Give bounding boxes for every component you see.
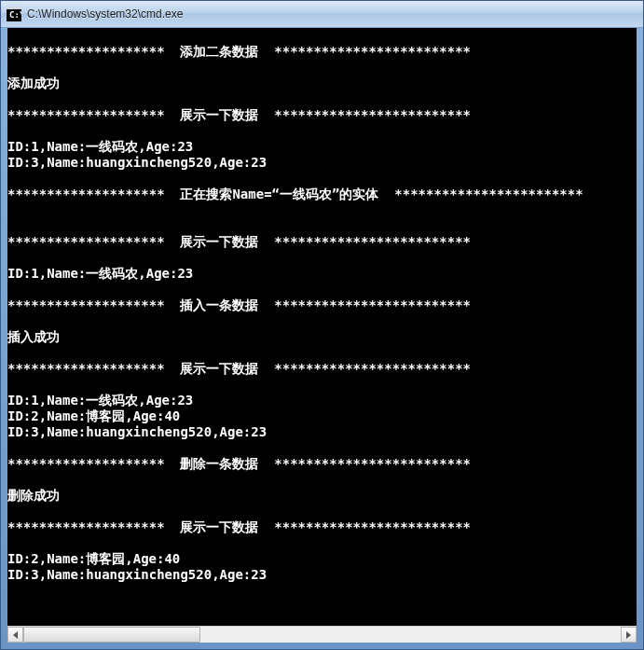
arrow-left-icon — [13, 631, 18, 639]
console-text: ******************** 添加二条数据 ************… — [7, 44, 637, 583]
arrow-right-icon — [626, 631, 631, 639]
window-title: C:\Windows\system32\cmd.exe — [27, 7, 183, 21]
titlebar[interactable]: C:\ C:\Windows\system32\cmd.exe — [1, 1, 643, 28]
scroll-thumb[interactable] — [23, 627, 200, 643]
cmd-icon: C:\ — [7, 7, 21, 21]
scroll-right-button[interactable] — [621, 627, 637, 643]
scroll-left-button[interactable] — [7, 627, 23, 643]
svg-text:C:\: C:\ — [9, 10, 21, 20]
window-frame: C:\ C:\Windows\system32\cmd.exe ********… — [0, 0, 644, 650]
horizontal-scrollbar[interactable] — [7, 626, 637, 643]
console-output: ******************** 添加二条数据 ************… — [7, 28, 637, 626]
scroll-track[interactable] — [23, 627, 621, 643]
svg-rect-1 — [7, 7, 21, 9]
console-client-area: ******************** 添加二条数据 ************… — [7, 28, 637, 643]
